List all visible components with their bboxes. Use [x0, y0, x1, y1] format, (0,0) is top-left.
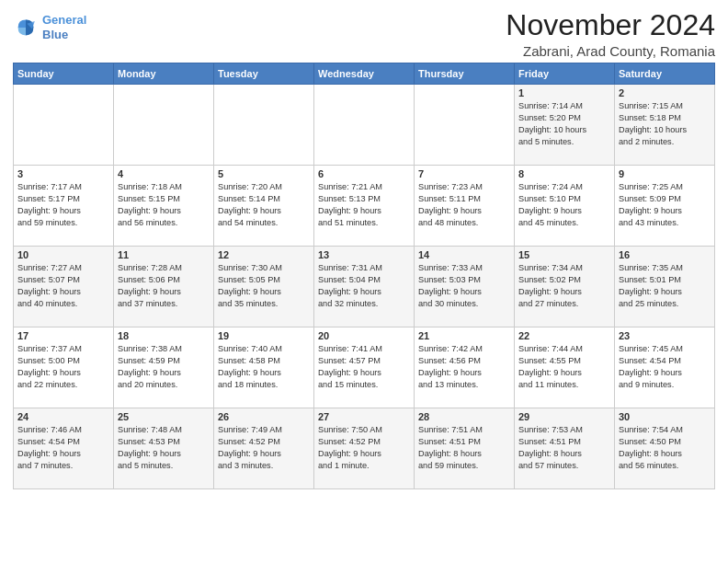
day-info: Sunrise: 7:38 AM Sunset: 4:59 PM Dayligh… [118, 343, 210, 391]
calendar-cell: 7Sunrise: 7:23 AM Sunset: 5:11 PM Daylig… [415, 166, 515, 247]
calendar-cell: 1Sunrise: 7:14 AM Sunset: 5:20 PM Daylig… [515, 85, 615, 166]
day-number: 23 [619, 330, 711, 341]
day-info: Sunrise: 7:46 AM Sunset: 4:54 PM Dayligh… [17, 424, 109, 472]
calendar-cell [14, 85, 114, 166]
calendar-cell: 5Sunrise: 7:20 AM Sunset: 5:14 PM Daylig… [214, 166, 314, 247]
day-info: Sunrise: 7:37 AM Sunset: 5:00 PM Dayligh… [17, 343, 109, 391]
day-info: Sunrise: 7:49 AM Sunset: 4:52 PM Dayligh… [218, 424, 310, 472]
calendar-cell: 29Sunrise: 7:53 AM Sunset: 4:51 PM Dayli… [515, 408, 615, 489]
day-number: 18 [118, 330, 210, 341]
calendar-week-row: 24Sunrise: 7:46 AM Sunset: 4:54 PM Dayli… [14, 408, 715, 489]
calendar-cell: 23Sunrise: 7:45 AM Sunset: 4:54 PM Dayli… [615, 327, 715, 408]
calendar-week-row: 10Sunrise: 7:27 AM Sunset: 5:07 PM Dayli… [14, 247, 715, 327]
day-number: 24 [17, 411, 109, 422]
calendar-cell: 14Sunrise: 7:33 AM Sunset: 5:03 PM Dayli… [415, 247, 515, 327]
day-number: 30 [619, 411, 711, 422]
day-number: 16 [619, 249, 711, 260]
calendar-cell: 6Sunrise: 7:21 AM Sunset: 5:13 PM Daylig… [314, 166, 415, 247]
day-number: 4 [118, 168, 210, 179]
calendar-cell: 12Sunrise: 7:30 AM Sunset: 5:05 PM Dayli… [214, 247, 314, 327]
day-info: Sunrise: 7:15 AM Sunset: 5:18 PM Dayligh… [619, 100, 711, 148]
logo: General Blue [13, 13, 86, 41]
day-number: 9 [619, 168, 711, 179]
calendar-week-row: 17Sunrise: 7:37 AM Sunset: 5:00 PM Dayli… [14, 327, 715, 408]
calendar-cell: 15Sunrise: 7:34 AM Sunset: 5:02 PM Dayli… [515, 247, 615, 327]
page: General Blue November 2024 Zabrani, Arad… [0, 0, 728, 563]
day-info: Sunrise: 7:51 AM Sunset: 4:51 PM Dayligh… [418, 424, 510, 472]
day-number: 28 [418, 411, 510, 422]
calendar-cell [114, 85, 214, 166]
day-info: Sunrise: 7:28 AM Sunset: 5:06 PM Dayligh… [118, 262, 210, 310]
day-number: 8 [518, 168, 610, 179]
calendar-cell: 13Sunrise: 7:31 AM Sunset: 5:04 PM Dayli… [314, 247, 415, 327]
weekday-header: Thursday [415, 63, 515, 85]
weekday-header-row: SundayMondayTuesdayWednesdayThursdayFrid… [14, 63, 715, 85]
day-number: 29 [518, 411, 610, 422]
calendar-cell: 18Sunrise: 7:38 AM Sunset: 4:59 PM Dayli… [114, 327, 214, 408]
day-info: Sunrise: 7:24 AM Sunset: 5:10 PM Dayligh… [518, 181, 610, 229]
day-number: 20 [318, 330, 410, 341]
day-info: Sunrise: 7:23 AM Sunset: 5:11 PM Dayligh… [418, 181, 510, 229]
weekday-header: Friday [515, 63, 615, 85]
calendar-cell: 20Sunrise: 7:41 AM Sunset: 4:57 PM Dayli… [314, 327, 415, 408]
calendar-cell: 30Sunrise: 7:54 AM Sunset: 4:50 PM Dayli… [615, 408, 715, 489]
day-number: 25 [118, 411, 210, 422]
day-info: Sunrise: 7:34 AM Sunset: 5:02 PM Dayligh… [518, 262, 610, 310]
day-info: Sunrise: 7:18 AM Sunset: 5:15 PM Dayligh… [118, 181, 210, 229]
day-number: 7 [418, 168, 510, 179]
calendar-week-row: 3Sunrise: 7:17 AM Sunset: 5:17 PM Daylig… [14, 166, 715, 247]
calendar-cell: 28Sunrise: 7:51 AM Sunset: 4:51 PM Dayli… [415, 408, 515, 489]
day-number: 13 [318, 249, 410, 260]
day-number: 22 [518, 330, 610, 341]
logo-icon [13, 15, 39, 40]
day-number: 5 [218, 168, 310, 179]
day-info: Sunrise: 7:20 AM Sunset: 5:14 PM Dayligh… [218, 181, 310, 229]
day-number: 3 [17, 168, 109, 179]
calendar-cell: 10Sunrise: 7:27 AM Sunset: 5:07 PM Dayli… [14, 247, 114, 327]
day-number: 10 [17, 249, 109, 260]
day-info: Sunrise: 7:53 AM Sunset: 4:51 PM Dayligh… [518, 424, 610, 472]
calendar-cell: 8Sunrise: 7:24 AM Sunset: 5:10 PM Daylig… [515, 166, 615, 247]
calendar-cell: 3Sunrise: 7:17 AM Sunset: 5:17 PM Daylig… [14, 166, 114, 247]
calendar-cell: 27Sunrise: 7:50 AM Sunset: 4:52 PM Dayli… [314, 408, 415, 489]
calendar-cell: 24Sunrise: 7:46 AM Sunset: 4:54 PM Dayli… [14, 408, 114, 489]
day-info: Sunrise: 7:33 AM Sunset: 5:03 PM Dayligh… [418, 262, 510, 310]
calendar-cell: 9Sunrise: 7:25 AM Sunset: 5:09 PM Daylig… [615, 166, 715, 247]
day-info: Sunrise: 7:54 AM Sunset: 4:50 PM Dayligh… [619, 424, 711, 472]
day-info: Sunrise: 7:42 AM Sunset: 4:56 PM Dayligh… [418, 343, 510, 391]
weekday-header: Monday [114, 63, 214, 85]
calendar-cell: 19Sunrise: 7:40 AM Sunset: 4:58 PM Dayli… [214, 327, 314, 408]
day-number: 6 [318, 168, 410, 179]
header: General Blue November 2024 Zabrani, Arad… [13, 9, 715, 59]
calendar-cell [314, 85, 415, 166]
day-number: 26 [218, 411, 310, 422]
day-info: Sunrise: 7:27 AM Sunset: 5:07 PM Dayligh… [17, 262, 109, 310]
day-number: 19 [218, 330, 310, 341]
day-number: 1 [518, 87, 610, 98]
calendar-cell: 21Sunrise: 7:42 AM Sunset: 4:56 PM Dayli… [415, 327, 515, 408]
day-info: Sunrise: 7:17 AM Sunset: 5:17 PM Dayligh… [17, 181, 109, 229]
logo-general: General [42, 13, 86, 27]
logo-text: General Blue [42, 13, 86, 41]
location-title: Zabrani, Arad County, Romania [506, 43, 715, 59]
calendar-cell: 2Sunrise: 7:15 AM Sunset: 5:18 PM Daylig… [615, 85, 715, 166]
calendar-cell: 25Sunrise: 7:48 AM Sunset: 4:53 PM Dayli… [114, 408, 214, 489]
day-number: 11 [118, 249, 210, 260]
day-info: Sunrise: 7:31 AM Sunset: 5:04 PM Dayligh… [318, 262, 410, 310]
calendar-cell: 16Sunrise: 7:35 AM Sunset: 5:01 PM Dayli… [615, 247, 715, 327]
day-info: Sunrise: 7:50 AM Sunset: 4:52 PM Dayligh… [318, 424, 410, 472]
calendar-cell: 26Sunrise: 7:49 AM Sunset: 4:52 PM Dayli… [214, 408, 314, 489]
day-info: Sunrise: 7:48 AM Sunset: 4:53 PM Dayligh… [118, 424, 210, 472]
day-number: 14 [418, 249, 510, 260]
calendar-cell: 17Sunrise: 7:37 AM Sunset: 5:00 PM Dayli… [14, 327, 114, 408]
day-number: 27 [318, 411, 410, 422]
day-number: 15 [518, 249, 610, 260]
day-info: Sunrise: 7:41 AM Sunset: 4:57 PM Dayligh… [318, 343, 410, 391]
calendar-cell: 4Sunrise: 7:18 AM Sunset: 5:15 PM Daylig… [114, 166, 214, 247]
calendar-cell [214, 85, 314, 166]
calendar-table: SundayMondayTuesdayWednesdayThursdayFrid… [13, 63, 715, 489]
day-info: Sunrise: 7:35 AM Sunset: 5:01 PM Dayligh… [619, 262, 711, 310]
calendar-cell [415, 85, 515, 166]
day-info: Sunrise: 7:14 AM Sunset: 5:20 PM Dayligh… [518, 100, 610, 148]
month-title: November 2024 [506, 9, 715, 41]
